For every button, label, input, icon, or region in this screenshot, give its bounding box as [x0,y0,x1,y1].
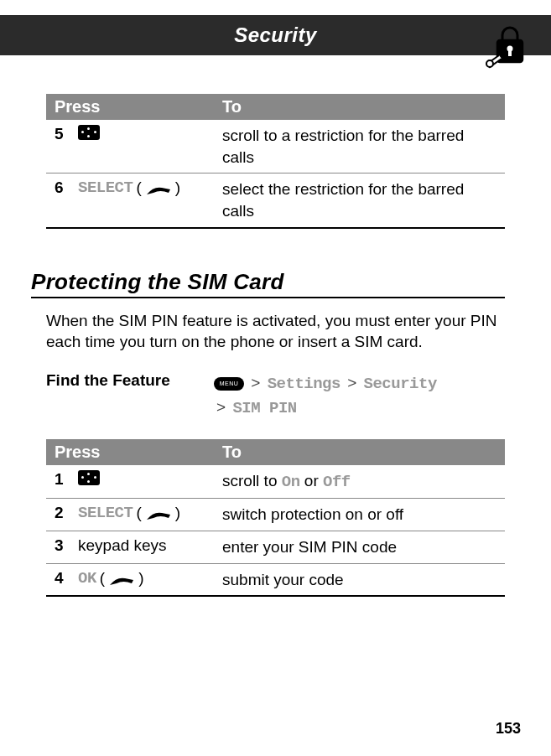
to-cell: submit your code [222,569,496,591]
col-header-press: Press [55,97,222,117]
nav-key-icon [78,125,100,140]
svg-point-4 [486,60,493,67]
to-mid: or [300,472,323,489]
lock-icon [482,22,528,70]
col-header-to: To [222,97,496,117]
step-number: 2 [55,504,78,522]
table-header: Press To [46,439,505,465]
step-number: 5 [55,125,78,143]
softkey-icon [108,572,135,584]
softkey-icon [145,182,172,194]
page-number: 153 [496,720,521,738]
press-text: keypad keys [78,536,167,555]
paren: ( [136,179,141,197]
step-number: 3 [55,536,78,555]
to-cell: switch protection on or off [222,504,496,526]
paren: ) [138,569,143,588]
paren: ) [175,179,180,197]
table-row: 2 SELECT ( ) switch protection on or off [46,499,505,531]
table-row: 3 keypad keys enter your SIM PIN code [46,531,505,564]
press-cell [78,470,222,485]
page-title: Security [234,23,317,47]
chevron-icon: > [251,374,260,391]
nav-key-icon [78,470,100,485]
softkey-label: OK [78,569,96,588]
paren: ( [100,569,105,588]
table-header: Press To [46,94,505,120]
path-settings: Settings [268,375,340,393]
step-number: 1 [55,470,78,489]
to-cell: scroll to On or Off [222,470,496,494]
table-row: 4 OK ( ) submit your code [46,564,505,598]
press-cell [78,125,222,140]
content-area: Press To 5 scroll to a restriction for t… [0,94,551,597]
menu-key-icon: MENU [214,377,244,391]
to-cell: scroll to a restriction for the barred c… [222,125,496,168]
table-row: 6 SELECT ( ) select the restriction for … [46,173,505,228]
option-on: On [282,473,300,491]
table-row: 5 scroll to a restriction for the barred… [46,120,505,173]
press-cell: OK ( ) [78,569,222,588]
chevron-icon: > [347,374,356,391]
find-feature-row: Find the Feature MENU > Settings > Secur… [46,371,505,421]
instruction-table-2: Press To 1 scroll to On or Off 2 SELECT … [46,439,505,598]
section-heading: Protecting the SIM Card [31,269,505,295]
option-off: Off [323,473,351,491]
heading-underline [31,297,505,298]
softkey-label: SELECT [78,179,133,197]
instruction-table-1: Press To 5 scroll to a restriction for t… [46,94,505,229]
to-prefix: scroll to [222,472,282,489]
col-header-press: Press [55,443,222,462]
press-cell: keypad keys [78,536,222,555]
svg-rect-3 [508,49,512,56]
press-cell: SELECT ( ) [78,504,222,522]
paren: ) [175,504,180,522]
chevron-icon: > [216,398,226,416]
to-cell: enter your SIM PIN code [222,536,496,558]
paren: ( [136,504,141,522]
header-bar: Security [0,15,551,55]
table-row: 1 scroll to On or Off [46,465,505,500]
step-number: 4 [55,569,78,588]
step-number: 6 [55,179,78,197]
softkey-label: SELECT [78,504,133,522]
to-cell: select the restriction for the barred ca… [222,179,496,221]
press-cell: SELECT ( ) [78,179,222,197]
col-header-to: To [222,443,496,462]
softkey-icon [145,507,172,519]
path-simpin: SIM PIN [232,399,296,417]
find-feature-path: MENU > Settings > Security > SIM PIN [214,371,505,421]
section-body: When the SIM PIN feature is activated, y… [46,310,505,353]
path-security: Security [364,375,437,393]
find-feature-label: Find the Feature [46,371,214,421]
